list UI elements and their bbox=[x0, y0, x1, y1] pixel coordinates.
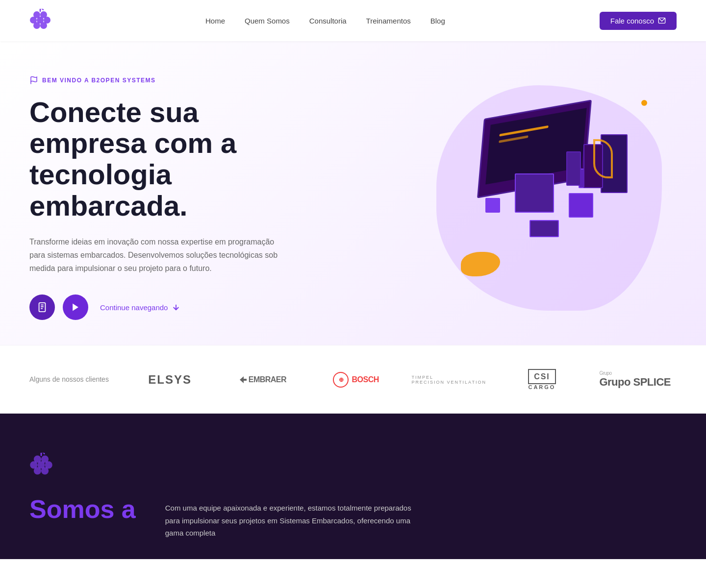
splice-grupo-label: Grupo bbox=[599, 370, 671, 376]
bosch-circle: ⊕ bbox=[333, 372, 349, 388]
clients-section: Alguns de nossos clientes ELSYS EMBRAER … bbox=[0, 345, 706, 414]
clients-logos: ELSYS EMBRAER ⊕ BOSCH TIMPEL PRECISION V… bbox=[128, 369, 677, 390]
hero-title: Conecte sua empresa com a tecnologia emb… bbox=[29, 97, 314, 221]
iso-tower-3 bbox=[566, 151, 581, 186]
nav-quem-somos[interactable]: Quem Somos bbox=[245, 17, 290, 25]
dark-section: Somos a Com uma equipe apaixonada e expe… bbox=[0, 414, 706, 559]
iso-chip-1 bbox=[515, 173, 554, 213]
hero-description: Transforme ideias em inovação com nossa … bbox=[29, 235, 284, 275]
iso-dot-accent bbox=[641, 100, 647, 106]
client-elsys: ELSYS bbox=[128, 373, 212, 387]
arrow-down-icon bbox=[172, 303, 180, 312]
logo-icon bbox=[29, 9, 51, 32]
hero-illustration bbox=[422, 95, 677, 301]
iso-yellow-blob bbox=[461, 252, 500, 276]
hero-badge-text: BEM VINDO A B2OPEN SYSTEMS bbox=[42, 77, 155, 84]
logo[interactable] bbox=[29, 9, 51, 32]
svg-marker-15 bbox=[240, 376, 247, 383]
isometric-scene bbox=[441, 95, 657, 301]
client-bosch: ⊕ BOSCH bbox=[314, 372, 398, 388]
document-icon bbox=[37, 302, 48, 313]
flag-icon bbox=[29, 76, 38, 85]
embraer-logo-text: EMBRAER bbox=[240, 375, 286, 384]
dark-logo-area: Somos a bbox=[29, 453, 136, 524]
hero-play-button[interactable] bbox=[63, 294, 88, 320]
splice-logo-text: Grupo Grupo SPLICE bbox=[599, 370, 671, 389]
timpel-logo-text: TIMPEL PRECISION VENTILATION bbox=[412, 375, 486, 385]
client-splice: Grupo Grupo SPLICE bbox=[593, 370, 677, 389]
hero-badge: BEM VINDO A B2OPEN SYSTEMS bbox=[29, 76, 314, 85]
nav-links: Home Quem Somos Consultoria Treinamentos… bbox=[205, 17, 445, 25]
clients-label: Alguns de nossos clientes bbox=[29, 374, 109, 385]
elsys-logo-text: ELSYS bbox=[148, 373, 192, 387]
svg-point-21 bbox=[34, 467, 41, 474]
hero-actions: Continue navegando bbox=[29, 294, 314, 320]
navbar: Home Quem Somos Consultoria Treinamentos… bbox=[0, 0, 706, 41]
play-icon bbox=[71, 302, 80, 312]
nav-consultoria[interactable]: Consultoria bbox=[309, 17, 347, 25]
contact-button[interactable]: Fale conosco bbox=[600, 12, 677, 30]
contact-label: Fale conosco bbox=[610, 17, 654, 25]
bosch-logo-text: ⊕ BOSCH bbox=[333, 372, 378, 388]
hero-content: BEM VINDO A B2OPEN SYSTEMS Conecte sua e… bbox=[29, 76, 314, 320]
hero-continue-label: Continue navegando bbox=[100, 303, 168, 312]
nav-treinamentos[interactable]: Treinamentos bbox=[366, 17, 411, 25]
client-timpel: TIMPEL PRECISION VENTILATION bbox=[407, 375, 491, 385]
iso-chip-5 bbox=[530, 220, 559, 237]
dark-section-inner: Somos a Com uma equipe apaixonada e expe… bbox=[29, 453, 677, 539]
dark-section-description: Com uma equipe apaixonada e experiente, … bbox=[165, 453, 420, 539]
embraer-arrow-icon bbox=[240, 376, 247, 383]
svg-point-22 bbox=[41, 467, 49, 474]
dark-logo-icon bbox=[29, 453, 53, 478]
client-csi-cargo: CSI CARGO bbox=[501, 369, 584, 390]
nav-home[interactable]: Home bbox=[205, 17, 225, 25]
svg-point-5 bbox=[33, 22, 40, 29]
csi-box: CSI bbox=[528, 369, 556, 384]
svg-point-6 bbox=[40, 22, 47, 29]
client-embraer: EMBRAER bbox=[222, 375, 305, 384]
csi-cargo-logo: CSI CARGO bbox=[528, 369, 556, 390]
nav-blog[interactable]: Blog bbox=[430, 17, 445, 25]
csi-cargo-text: CARGO bbox=[528, 384, 555, 390]
iso-chip-2 bbox=[569, 193, 593, 218]
mail-icon bbox=[658, 17, 666, 24]
iso-accent-squiggle bbox=[593, 139, 613, 178]
dark-section-title: Somos a bbox=[29, 494, 136, 524]
iso-chip-4 bbox=[485, 198, 500, 213]
hero-docs-button[interactable] bbox=[29, 294, 55, 320]
hero-section: BEM VINDO A B2OPEN SYSTEMS Conecte sua e… bbox=[0, 41, 706, 345]
hero-continue-link[interactable]: Continue navegando bbox=[100, 303, 180, 312]
